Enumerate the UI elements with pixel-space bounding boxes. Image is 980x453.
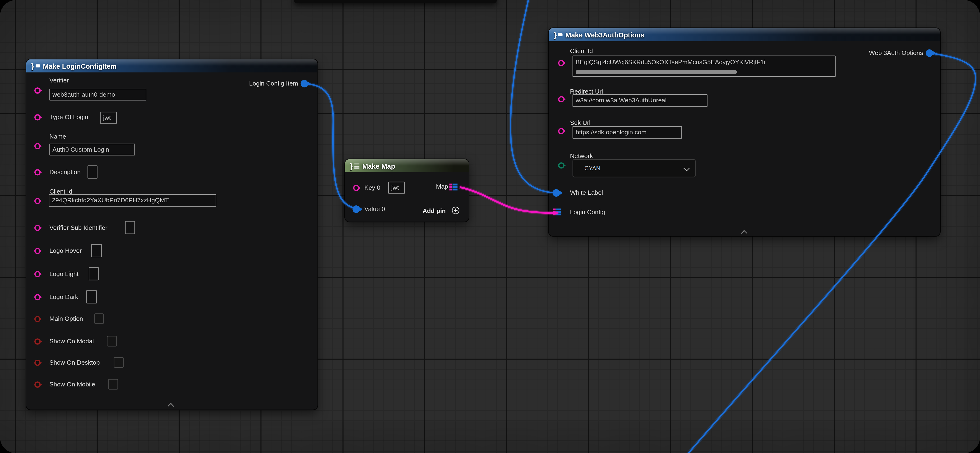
logo-dark-input[interactable] — [86, 290, 97, 303]
type-of-login-label: Type Of Login — [49, 114, 88, 121]
value-0-pin[interactable] — [352, 206, 360, 213]
logo-dark-label: Logo Dark — [49, 293, 78, 301]
verifier-pin[interactable] — [34, 87, 41, 93]
network-selected-value: CYAN — [584, 165, 601, 172]
main-option-checkbox[interactable] — [94, 314, 104, 324]
output-pin-label: Login Config Item — [249, 80, 298, 87]
show-on-desktop-checkbox[interactable] — [114, 357, 124, 368]
blueprint-graph-canvas[interactable]: } Make LoginConfigItem Login Config Item… — [0, 0, 980, 453]
login-config-label: Login Config — [570, 209, 605, 216]
node-make-map[interactable]: } Make Map Key 0 jwt Map Value 0 Add pin — [345, 159, 469, 222]
logo-dark-pin[interactable] — [34, 294, 41, 300]
client-id-input[interactable]: 294QRkchfq2YaXUbPri7D6PH7xzHgQMT — [49, 194, 216, 207]
logo-light-label: Logo Light — [49, 270, 78, 278]
client-id-scrollbar[interactable] — [576, 70, 737, 74]
make-map-icon: } — [350, 162, 359, 170]
network-dropdown[interactable]: CYAN — [573, 159, 696, 177]
type-of-login-pin[interactable] — [34, 114, 41, 120]
show-on-modal-checkbox[interactable] — [107, 336, 117, 347]
show-on-mobile-label: Show On Mobile — [49, 381, 95, 388]
node-header[interactable]: } Make LoginConfigItem — [26, 59, 318, 72]
node-make-loginconfigitem[interactable]: } Make LoginConfigItem Login Config Item… — [26, 59, 318, 409]
name-label: Name — [49, 133, 66, 141]
node-title: Make Map — [363, 162, 395, 169]
logo-light-pin[interactable] — [34, 271, 41, 277]
main-option-label: Main Option — [49, 315, 83, 323]
wire-map-to-loginconfig[interactable] — [461, 187, 557, 213]
value-0-label: Value 0 — [364, 206, 385, 213]
show-on-mobile-checkbox[interactable] — [108, 379, 118, 390]
logo-hover-input[interactable] — [91, 244, 102, 257]
key-0-pin[interactable] — [353, 185, 359, 191]
client-id-pin[interactable] — [558, 60, 564, 66]
wire-map-to-loginconfig-glow — [461, 187, 557, 213]
description-label: Description — [49, 169, 81, 176]
chevron-down-icon — [684, 165, 690, 171]
node-title: Make Web3AuthOptions — [565, 31, 644, 38]
output-pin-label: Web 3Auth Options — [869, 49, 923, 57]
show-on-mobile-pin[interactable] — [34, 382, 41, 388]
client-id-value: BEglQSgt4cUWcj6SKRdu5QkOXTsePmMcusG5EAoy… — [576, 59, 765, 66]
client-id-label: Client Id — [570, 48, 593, 55]
login-config-pin[interactable] — [553, 209, 561, 215]
map-output-label: Map — [436, 183, 448, 190]
add-pin-label: Add pin — [422, 207, 445, 215]
show-on-desktop-label: Show On Desktop — [49, 359, 100, 366]
network-pin[interactable] — [558, 162, 564, 168]
make-struct-icon: } — [554, 30, 562, 39]
client-id-input[interactable]: BEglQSgt4cUWcj6SKRdu5QkOXTsePmMcusG5EAoy… — [573, 56, 835, 77]
make-struct-icon: } — [31, 62, 40, 70]
verifier-sub-identifier-label: Verifier Sub Identifier — [49, 224, 107, 232]
white-label-label: White Label — [570, 189, 603, 196]
node-make-web3authoptions[interactable]: } Make Web3AuthOptions Web 3Auth Options… — [549, 28, 940, 236]
show-on-modal-label: Show On Modal — [49, 338, 94, 345]
node-title: Make LoginConfigItem — [43, 62, 117, 70]
collapse-node-button[interactable] — [169, 400, 173, 411]
verifier-sub-identifier-input[interactable] — [125, 221, 135, 234]
collapse-node-button[interactable] — [742, 227, 746, 238]
show-on-modal-pin[interactable] — [34, 338, 41, 344]
verifier-label: Verifier — [49, 77, 69, 84]
verifier-sub-identifier-pin[interactable] — [34, 225, 41, 231]
show-on-desktop-pin[interactable] — [34, 360, 41, 366]
name-input[interactable]: Auth0 Custom Login — [49, 144, 135, 155]
node-header[interactable]: } Make Map — [345, 159, 469, 172]
sdk-url-label: Sdk Url — [570, 119, 590, 127]
sdk-url-pin[interactable] — [558, 128, 564, 134]
main-option-pin[interactable] — [34, 316, 41, 322]
white-label-pin[interactable] — [553, 189, 560, 196]
login-config-item-output-pin[interactable] — [301, 80, 308, 87]
description-pin[interactable] — [34, 169, 41, 175]
logo-light-input[interactable] — [89, 267, 99, 280]
key-0-label: Key 0 — [364, 184, 380, 192]
client-id-pin[interactable] — [34, 198, 41, 204]
map-output-pin[interactable] — [449, 184, 458, 190]
verifier-input[interactable]: web3auth-auth0-demo — [49, 89, 146, 100]
logo-hover-pin[interactable] — [34, 248, 41, 254]
offscreen-node-fragment — [294, 0, 497, 3]
add-pin-button[interactable] — [452, 207, 460, 214]
node-header[interactable]: } Make Web3AuthOptions — [549, 28, 940, 41]
redirect-url-pin[interactable] — [558, 96, 564, 102]
network-label: Network — [570, 152, 593, 160]
name-pin[interactable] — [34, 143, 41, 149]
web3auth-options-output-pin[interactable] — [926, 49, 933, 57]
key-0-input[interactable]: jwt — [388, 182, 405, 193]
sdk-url-input[interactable]: https://sdk.openlogin.com — [573, 126, 682, 139]
logo-hover-label: Logo Hover — [49, 247, 81, 255]
description-input[interactable] — [88, 165, 97, 178]
type-of-login-input[interactable]: jwt — [100, 112, 117, 124]
blueprint-editor: } Make LoginConfigItem Login Config Item… — [0, 0, 980, 453]
redirect-url-input[interactable]: w3a://com.w3a.Web3AuthUnreal — [573, 94, 708, 107]
